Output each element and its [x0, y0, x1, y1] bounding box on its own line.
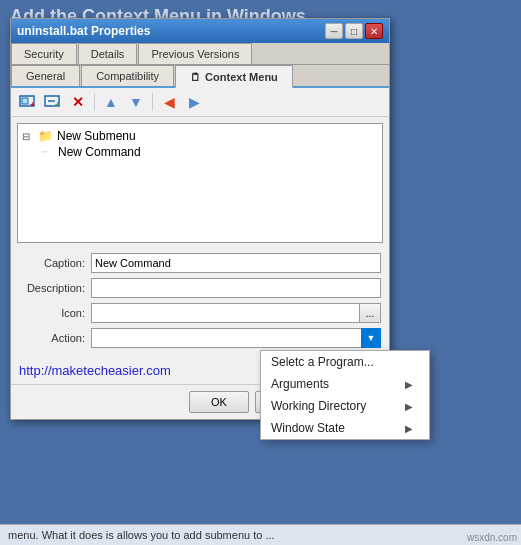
- caption-input[interactable]: [91, 253, 381, 273]
- title-bar: uninstall.bat Properties ─ □ ✕: [11, 19, 389, 43]
- description-input[interactable]: [91, 278, 381, 298]
- icon-input-wrap: ...: [91, 303, 381, 323]
- folder-icon: 📁: [38, 129, 53, 143]
- add-submenu-icon: +: [19, 94, 37, 110]
- move-right-button[interactable]: ▶: [183, 92, 205, 112]
- svg-text:+: +: [55, 100, 60, 109]
- menu-item-select-program[interactable]: Seletc a Program...: [261, 351, 429, 373]
- add-command-button[interactable]: +: [42, 92, 64, 112]
- caption-row: Caption:: [19, 253, 381, 273]
- working-directory-arrow-icon: ▶: [405, 401, 413, 412]
- context-menu-tab-icon: 🗒: [190, 71, 201, 83]
- menu-item-arguments-label: Arguments: [271, 377, 329, 391]
- blog-bar-text: menu. What it does is allows you to add …: [8, 529, 275, 541]
- expand-icon: ⊟: [22, 131, 34, 142]
- tree-view[interactable]: ⊟ 📁 New Submenu ┄ New Command: [17, 123, 383, 243]
- ok-button[interactable]: OK: [189, 391, 249, 413]
- action-input[interactable]: [91, 328, 361, 348]
- dialog-title: uninstall.bat Properties: [17, 24, 150, 38]
- close-button[interactable]: ✕: [365, 23, 383, 39]
- description-row: Description:: [19, 278, 381, 298]
- action-dropdown-button[interactable]: ▼: [361, 328, 381, 348]
- tab-details[interactable]: Details: [78, 43, 138, 64]
- tab-compatibility[interactable]: Compatibility: [81, 65, 174, 86]
- icon-browse-button[interactable]: ...: [359, 303, 381, 323]
- toolbar-separator-2: [152, 93, 153, 111]
- icon-label: Icon:: [19, 307, 91, 319]
- tab-context-menu-label: Context Menu: [205, 71, 278, 83]
- menu-item-working-directory-label: Working Directory: [271, 399, 366, 413]
- tree-node-submenu-label: New Submenu: [57, 129, 136, 143]
- menu-item-window-state-label: Window State: [271, 421, 345, 435]
- tab-previous-versions[interactable]: Previous Versions: [138, 43, 252, 64]
- action-row: Action: ▼: [19, 328, 381, 348]
- tab-general[interactable]: General: [11, 65, 80, 86]
- tab-context-menu[interactable]: 🗒 Context Menu: [175, 65, 293, 88]
- title-bar-controls: ─ □ ✕: [325, 23, 383, 39]
- add-submenu-button[interactable]: +: [17, 92, 39, 112]
- svg-text:+: +: [30, 100, 35, 109]
- add-command-icon: +: [44, 94, 62, 110]
- description-label: Description:: [19, 282, 91, 294]
- menu-item-working-directory[interactable]: Working Directory ▶: [261, 395, 429, 417]
- toolbar-separator-1: [94, 93, 95, 111]
- move-left-button[interactable]: ◀: [158, 92, 180, 112]
- form-area: Caption: Description: Icon: ... Action: …: [11, 249, 389, 357]
- menu-item-select-program-label: Seletc a Program...: [271, 355, 374, 369]
- toolbar: + + ✕ ▲ ▼ ◀ ▶: [11, 88, 389, 117]
- arguments-arrow-icon: ▶: [405, 379, 413, 390]
- tabs-row-2: General Compatibility 🗒 Context Menu: [11, 65, 389, 88]
- icon-input[interactable]: [91, 303, 359, 323]
- tab-security[interactable]: Security: [11, 43, 77, 64]
- action-input-wrap: ▼: [91, 328, 381, 348]
- caption-label: Caption:: [19, 257, 91, 269]
- menu-item-arguments[interactable]: Arguments ▶: [261, 373, 429, 395]
- tree-node-submenu[interactable]: ⊟ 📁 New Submenu: [22, 128, 378, 144]
- tabs-row-1: Security Details Previous Versions: [11, 43, 389, 65]
- tree-node-command[interactable]: ┄ New Command: [42, 144, 378, 160]
- maximize-button[interactable]: □: [345, 23, 363, 39]
- leaf-icon: ┄: [42, 147, 54, 157]
- window-state-arrow-icon: ▶: [405, 423, 413, 434]
- blog-bar: menu. What it does is allows you to add …: [0, 524, 521, 545]
- tree-node-command-label: New Command: [58, 145, 141, 159]
- minimize-button[interactable]: ─: [325, 23, 343, 39]
- watermark: wsxdn.com: [467, 532, 517, 543]
- svg-rect-1: [22, 98, 28, 104]
- context-menu: Seletc a Program... Arguments ▶ Working …: [260, 350, 430, 440]
- icon-row: Icon: ...: [19, 303, 381, 323]
- move-down-button[interactable]: ▼: [125, 92, 147, 112]
- menu-item-window-state[interactable]: Window State ▶: [261, 417, 429, 439]
- move-up-button[interactable]: ▲: [100, 92, 122, 112]
- action-label: Action:: [19, 332, 91, 344]
- delete-button[interactable]: ✕: [67, 92, 89, 112]
